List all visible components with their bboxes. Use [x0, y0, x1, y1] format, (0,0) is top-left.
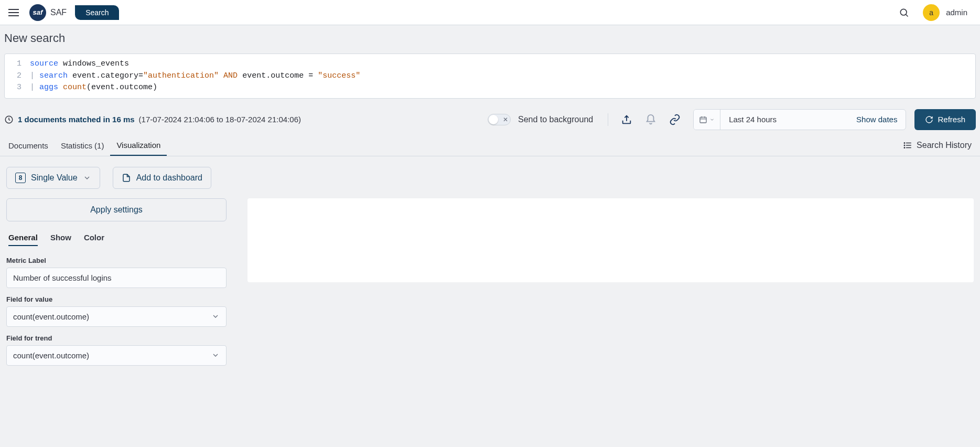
apply-settings-button[interactable]: Apply settings: [6, 198, 227, 221]
add-to-dashboard-label: Add to dashboard: [136, 173, 202, 183]
background-label: Send to background: [518, 115, 593, 124]
calendar-icon[interactable]: [694, 110, 720, 130]
single-value-icon: 8: [15, 173, 26, 183]
metric-label-label: Metric Label: [6, 257, 227, 264]
close-icon: ✕: [503, 116, 508, 123]
settings-tab-show[interactable]: Show: [50, 230, 71, 246]
field-for-trend-text: count(event.outcome): [13, 351, 89, 360]
avatar[interactable]: a: [923, 4, 940, 21]
svg-rect-4: [700, 117, 706, 123]
refresh-icon: [925, 115, 933, 124]
search-nav-button[interactable]: Search: [75, 5, 119, 20]
result-tabs: Documents Statistics (1) Visualization S…: [0, 135, 980, 156]
field-for-value-label: Field for value: [6, 295, 227, 303]
date-range-text[interactable]: Last 24 hours: [720, 115, 785, 124]
search-history-link[interactable]: Search History: [897, 135, 978, 155]
settings-tab-color[interactable]: Color: [84, 230, 104, 246]
query-code[interactable]: source windows_events: [30, 58, 129, 70]
add-to-dashboard-button[interactable]: Add to dashboard: [113, 167, 211, 189]
metric-label-input[interactable]: [6, 268, 227, 288]
refresh-label: Refresh: [938, 115, 965, 124]
username: admin: [946, 8, 967, 17]
background-toggle[interactable]: ✕: [488, 114, 511, 125]
svg-point-12: [904, 145, 905, 146]
chevron-down-icon: [211, 312, 220, 321]
share-icon[interactable]: [621, 114, 632, 125]
search-icon[interactable]: [898, 6, 910, 19]
menu-icon[interactable]: [8, 6, 21, 19]
settings-tab-general[interactable]: General: [8, 230, 38, 246]
settings-panel: Apply settings General Show Color Metric…: [6, 198, 227, 366]
refresh-button[interactable]: Refresh: [914, 109, 976, 130]
query-line: 1source windows_events: [5, 58, 975, 70]
list-icon: [903, 141, 912, 150]
result-summary: 1 documents matched in 16 ms: [18, 115, 135, 124]
clock-icon: [4, 115, 14, 124]
bell-icon[interactable]: [645, 114, 656, 125]
field-for-value-select[interactable]: count(event.outcome): [6, 306, 227, 327]
query-line: 3| aggs count(event.outcome): [5, 82, 975, 94]
field-for-trend-select[interactable]: count(event.outcome): [6, 345, 227, 366]
top-header: saf SAF Search a admin: [0, 0, 980, 25]
date-range-picker: Last 24 hours Show dates: [693, 109, 906, 130]
field-for-trend-label: Field for trend: [6, 334, 227, 342]
line-number: 1: [9, 58, 21, 70]
page-title: New search: [4, 31, 976, 45]
tab-statistics[interactable]: Statistics (1): [55, 136, 111, 155]
line-number: 2: [9, 70, 21, 82]
line-number: 3: [9, 82, 21, 94]
settings-area: Apply settings General Show Color Metric…: [0, 193, 980, 387]
results-bar: 1 documents matched in 16 ms (17-07-2024…: [4, 109, 976, 130]
svg-point-13: [904, 147, 905, 148]
separator: [608, 113, 608, 126]
search-history-label: Search History: [917, 141, 972, 150]
tab-visualization[interactable]: Visualization: [110, 135, 167, 156]
query-line: 2| search event.category="authentication…: [5, 70, 975, 82]
result-range: (17-07-2024 21:04:06 to 18-07-2024 21:04…: [139, 115, 301, 124]
settings-tabs: General Show Color: [6, 227, 227, 249]
chevron-down-icon: [83, 174, 91, 182]
field-for-value-text: count(event.outcome): [13, 312, 89, 321]
query-editor[interactable]: 1source windows_events2| search event.ca…: [4, 54, 976, 99]
document-icon: [122, 173, 131, 183]
visualization-preview: [247, 198, 974, 282]
show-dates-link[interactable]: Show dates: [848, 115, 906, 124]
app-name: SAF: [50, 8, 67, 17]
query-code[interactable]: | aggs count(event.outcome): [30, 82, 157, 94]
chevron-down-icon: [211, 351, 220, 359]
visualization-controls: 8 Single Value Add to dashboard: [0, 156, 980, 193]
vis-type-label: Single Value: [31, 173, 78, 183]
svg-point-0: [900, 9, 907, 15]
vis-type-dropdown[interactable]: 8 Single Value: [6, 167, 100, 189]
tab-documents[interactable]: Documents: [2, 136, 55, 155]
svg-line-1: [906, 14, 908, 16]
link-icon[interactable]: [669, 114, 681, 125]
app-logo: saf: [29, 4, 46, 21]
query-code[interactable]: | search event.category="authentication"…: [30, 70, 360, 82]
svg-point-11: [904, 143, 905, 144]
page-title-row: New search: [0, 25, 980, 49]
